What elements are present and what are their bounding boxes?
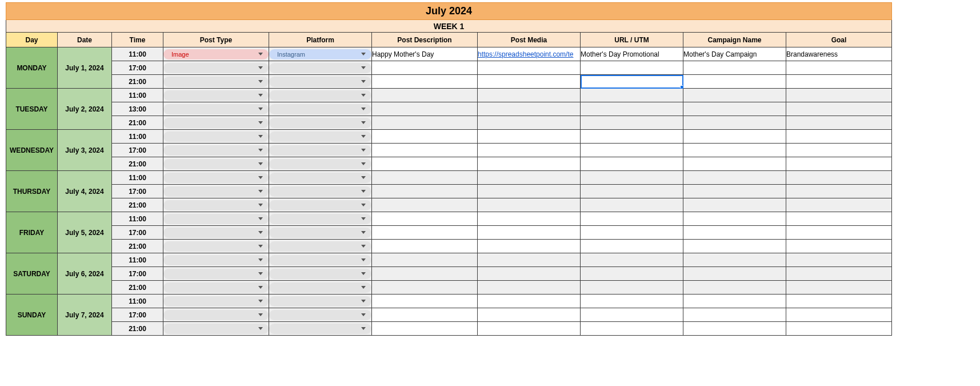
- posttype-cell[interactable]: [163, 89, 269, 102]
- dropdown-chip[interactable]: [269, 77, 371, 87]
- camp-cell[interactable]: [683, 267, 786, 281]
- desc-cell[interactable]: [372, 89, 478, 102]
- url-cell[interactable]: [581, 102, 683, 116]
- platform-cell[interactable]: [269, 75, 372, 89]
- posttype-cell[interactable]: [163, 308, 269, 322]
- goal-cell[interactable]: [786, 322, 892, 336]
- time-cell[interactable]: 21:00: [112, 240, 163, 253]
- dropdown-chip[interactable]: [163, 200, 269, 210]
- desc-cell[interactable]: [372, 253, 478, 267]
- media-cell[interactable]: https://spreadsheetpoint.com/te: [478, 47, 581, 61]
- posttype-cell[interactable]: [163, 116, 269, 130]
- header-platform[interactable]: Platform: [269, 33, 372, 47]
- desc-cell[interactable]: [372, 267, 478, 281]
- platform-cell[interactable]: [269, 198, 372, 212]
- media-cell[interactable]: [478, 281, 581, 295]
- posttype-cell[interactable]: [163, 322, 269, 336]
- time-cell[interactable]: 11:00: [112, 295, 163, 308]
- media-cell[interactable]: [478, 295, 581, 308]
- time-cell[interactable]: 21:00: [112, 322, 163, 336]
- goal-cell[interactable]: [786, 75, 892, 89]
- dropdown-chip[interactable]: [163, 145, 269, 156]
- platform-cell[interactable]: [269, 295, 372, 308]
- platform-cell[interactable]: [269, 308, 372, 322]
- calendar-table[interactable]: July 2024 WEEK 1 Day Date Time Post Type…: [6, 2, 892, 336]
- camp-cell[interactable]: [683, 185, 786, 198]
- date-cell[interactable]: July 4, 2024: [58, 171, 112, 212]
- camp-cell[interactable]: [683, 240, 786, 253]
- posttype-cell[interactable]: [163, 144, 269, 157]
- goal-cell[interactable]: [786, 157, 892, 171]
- url-cell[interactable]: [581, 240, 683, 253]
- posttype-cell[interactable]: [163, 212, 269, 226]
- media-cell[interactable]: [478, 102, 581, 116]
- posttype-cell[interactable]: [163, 61, 269, 75]
- time-cell[interactable]: 17:00: [112, 185, 163, 198]
- posttype-cell[interactable]: [163, 226, 269, 240]
- goal-cell[interactable]: [786, 171, 892, 185]
- time-cell[interactable]: 11:00: [112, 130, 163, 144]
- header-media[interactable]: Post Media: [478, 33, 581, 47]
- platform-cell[interactable]: [269, 89, 372, 102]
- camp-cell[interactable]: [683, 61, 786, 75]
- media-cell[interactable]: [478, 144, 581, 157]
- dropdown-chip[interactable]: [163, 324, 269, 334]
- date-cell[interactable]: July 6, 2024: [58, 253, 112, 295]
- day-cell[interactable]: FRIDAY: [6, 212, 58, 253]
- posttype-cell[interactable]: [163, 240, 269, 253]
- posttype-cell[interactable]: [163, 75, 269, 89]
- media-cell[interactable]: [478, 253, 581, 267]
- posttype-cell[interactable]: [163, 267, 269, 281]
- platform-cell[interactable]: [269, 253, 372, 267]
- desc-cell[interactable]: [372, 102, 478, 116]
- dropdown-chip[interactable]: [163, 241, 269, 252]
- goal-cell[interactable]: [786, 308, 892, 322]
- dropdown-chip[interactable]: [163, 63, 269, 73]
- dropdown-chip[interactable]: [269, 145, 371, 156]
- time-cell[interactable]: 21:00: [112, 157, 163, 171]
- desc-cell[interactable]: [372, 226, 478, 240]
- desc-cell[interactable]: [372, 295, 478, 308]
- day-cell[interactable]: THURSDAY: [6, 171, 58, 212]
- header-posttype[interactable]: Post Type: [163, 33, 269, 47]
- desc-cell[interactable]: [372, 212, 478, 226]
- date-cell[interactable]: July 5, 2024: [58, 212, 112, 253]
- url-cell[interactable]: [581, 281, 683, 295]
- goal-cell[interactable]: [786, 198, 892, 212]
- camp-cell[interactable]: [683, 157, 786, 171]
- header-day[interactable]: Day: [6, 33, 58, 47]
- image-chip[interactable]: Image: [163, 49, 269, 59]
- camp-cell[interactable]: [683, 308, 786, 322]
- goal-cell[interactable]: [786, 144, 892, 157]
- goal-cell[interactable]: [786, 130, 892, 144]
- platform-cell[interactable]: Instagram: [269, 47, 372, 61]
- posttype-cell[interactable]: [163, 171, 269, 185]
- dropdown-chip[interactable]: [163, 173, 269, 183]
- url-cell[interactable]: [581, 295, 683, 308]
- platform-cell[interactable]: [269, 212, 372, 226]
- camp-cell[interactable]: [683, 198, 786, 212]
- desc-cell[interactable]: [372, 198, 478, 212]
- media-cell[interactable]: [478, 267, 581, 281]
- time-cell[interactable]: 21:00: [112, 116, 163, 130]
- url-cell[interactable]: [581, 130, 683, 144]
- dropdown-chip[interactable]: [269, 104, 371, 114]
- dropdown-chip[interactable]: [269, 90, 371, 101]
- dropdown-chip[interactable]: [269, 63, 371, 73]
- platform-cell[interactable]: [269, 267, 372, 281]
- time-cell[interactable]: 21:00: [112, 198, 163, 212]
- goal-cell[interactable]: [786, 226, 892, 240]
- camp-cell[interactable]: Mother's Day Campaign: [683, 47, 786, 61]
- header-goal[interactable]: Goal: [786, 33, 892, 47]
- posttype-cell[interactable]: [163, 130, 269, 144]
- dropdown-chip[interactable]: [163, 214, 269, 224]
- instagram-chip[interactable]: Instagram: [269, 49, 371, 59]
- dropdown-chip[interactable]: [163, 310, 269, 320]
- day-cell[interactable]: TUESDAY: [6, 89, 58, 130]
- dropdown-chip[interactable]: [163, 159, 269, 169]
- time-cell[interactable]: 17:00: [112, 61, 163, 75]
- header-url[interactable]: URL / UTM: [581, 33, 683, 47]
- media-cell[interactable]: [478, 157, 581, 171]
- url-cell[interactable]: [581, 198, 683, 212]
- camp-cell[interactable]: [683, 171, 786, 185]
